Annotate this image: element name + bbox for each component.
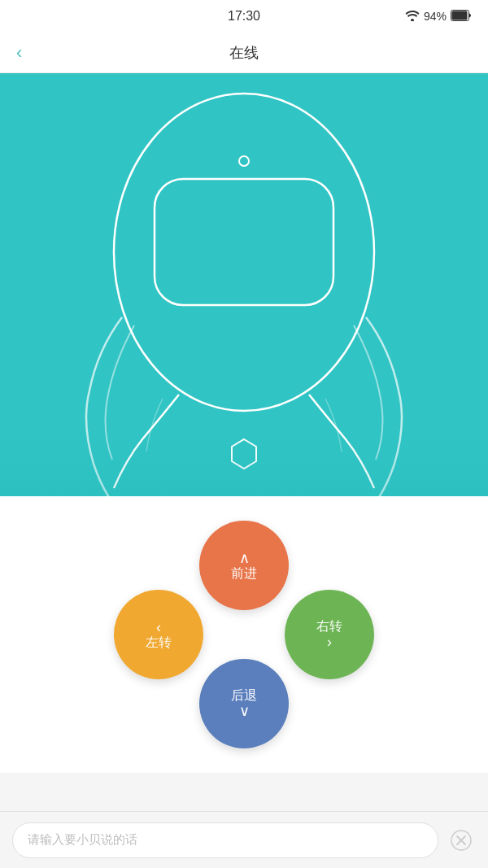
svg-point-4 bbox=[239, 156, 249, 166]
directional-pad: ∧ 前进 ‹ 左转 右转 › 后退 ∨ bbox=[114, 521, 374, 748]
svg-rect-3 bbox=[155, 179, 333, 305]
robot-display bbox=[0, 73, 488, 496]
speech-input-field[interactable]: 请输入要小贝说的话 bbox=[12, 822, 438, 858]
right-turn-button[interactable]: 右转 › bbox=[285, 590, 374, 679]
status-bar: 17:30 94% bbox=[0, 0, 488, 33]
svg-rect-1 bbox=[452, 11, 468, 20]
forward-button[interactable]: ∧ 前进 bbox=[199, 521, 289, 610]
control-area: ∧ 前进 ‹ 左转 右转 › 后退 ∨ bbox=[0, 496, 488, 773]
backward-button[interactable]: 后退 ∨ bbox=[199, 659, 289, 748]
backward-label: 后退 bbox=[231, 689, 257, 702]
input-bar: 请输入要小贝说的话 bbox=[0, 811, 488, 868]
svg-point-2 bbox=[114, 94, 374, 411]
back-button[interactable]: ‹ bbox=[16, 42, 22, 63]
right-label: 右转 bbox=[316, 620, 342, 633]
robot-illustration bbox=[0, 73, 488, 496]
forward-label: 前进 bbox=[231, 567, 257, 580]
input-placeholder: 请输入要小贝说的话 bbox=[28, 832, 137, 848]
left-turn-button[interactable]: ‹ 左转 bbox=[114, 590, 203, 679]
up-arrow: ∧ bbox=[239, 551, 250, 565]
status-time: 17:30 bbox=[228, 9, 260, 24]
battery-icon bbox=[451, 10, 472, 24]
left-label: 左转 bbox=[146, 636, 172, 649]
svg-marker-5 bbox=[232, 439, 256, 469]
header: ‹ 在线 bbox=[0, 33, 488, 73]
down-arrow: ∨ bbox=[239, 704, 250, 718]
wifi-icon bbox=[405, 10, 420, 24]
page-title: 在线 bbox=[229, 43, 259, 63]
status-right: 94% bbox=[405, 10, 472, 24]
clear-button[interactable] bbox=[447, 826, 476, 855]
battery-percent: 94% bbox=[424, 10, 447, 23]
left-arrow: ‹ bbox=[156, 620, 161, 635]
right-arrow: › bbox=[327, 635, 332, 649]
